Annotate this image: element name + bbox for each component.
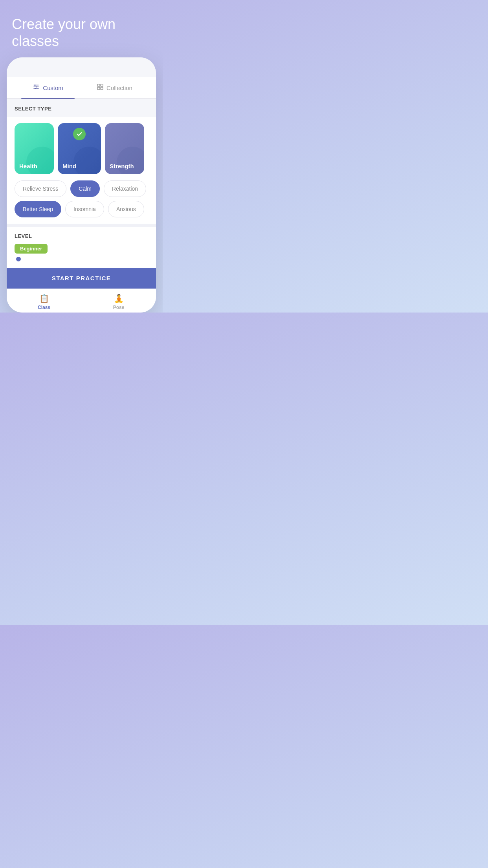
svg-point-3 [35,85,36,86]
tabs-container: Custom Collection [7,77,156,99]
pill-calm[interactable]: Calm [70,180,100,197]
divider [7,224,156,227]
nav-class-label: Class [38,305,50,310]
svg-rect-6 [97,84,100,86]
strength-circle-decoration [117,147,144,174]
pills-row-1: Relieve Stress Calm Relaxation [15,180,148,197]
card-strength-label: Strength [110,163,134,169]
svg-point-5 [35,88,36,89]
pills-wrapper: Relieve Stress Calm Relaxation Better Sl… [7,180,156,224]
card-health[interactable]: Health [15,123,54,174]
mind-circle-decoration [73,147,101,174]
level-dot [16,257,21,261]
start-practice-button[interactable]: START PRACTICE [52,275,111,281]
level-badge[interactable]: Beginner [15,244,48,254]
pose-icon: 🧘 [114,294,124,303]
pills-row-2: Better Sleep Insomnia Anxious [15,201,148,217]
health-circle-decoration [26,147,54,174]
card-mind[interactable]: Mind [58,123,101,174]
svg-rect-8 [97,87,100,90]
pill-anxious[interactable]: Anxious [108,201,144,217]
bottom-nav: 📋 Class 🧘 Pose [7,289,156,313]
phone-container: Custom Collection SELECT TYPE Health [7,57,156,313]
card-strength[interactable]: Strength [105,123,144,174]
page-title: Create your own classes [12,16,151,50]
select-type-title: SELECT TYPE [15,106,51,112]
phone-top-space [7,57,156,77]
page-header: Create your own classes [0,0,163,57]
tab-custom[interactable]: Custom [15,77,81,98]
grid-icon [97,84,103,92]
svg-rect-7 [101,84,103,86]
class-icon: 📋 [39,294,49,303]
tab-collection-label: Collection [106,85,132,91]
select-type-section: SELECT TYPE [7,99,156,117]
svg-rect-9 [101,87,103,90]
pill-relaxation[interactable]: Relaxation [104,180,146,197]
nav-pose-label: Pose [113,305,125,310]
svg-point-4 [36,86,37,88]
pill-better-sleep[interactable]: Better Sleep [15,201,61,217]
card-health-label: Health [19,163,37,169]
start-practice-bar[interactable]: START PRACTICE [7,268,156,289]
tab-custom-label: Custom [43,85,63,91]
level-title: LEVEL [15,233,148,239]
pill-insomnia[interactable]: Insomnia [65,201,104,217]
tab-collection[interactable]: Collection [81,77,148,98]
level-section: LEVEL Beginner [7,227,156,268]
type-cards-container: Health Mind Strength [7,117,156,180]
card-mind-label: Mind [62,163,76,169]
sliders-icon [33,83,40,92]
nav-item-class[interactable]: 📋 Class [7,294,81,310]
mind-check-badge [73,128,86,140]
nav-item-pose[interactable]: 🧘 Pose [81,294,156,310]
pill-relieve-stress[interactable]: Relieve Stress [15,180,66,197]
